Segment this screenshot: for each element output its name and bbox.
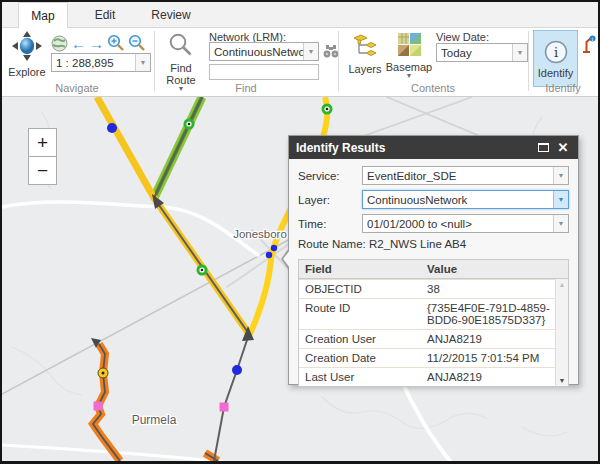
route-name-label: Route Name: <box>298 238 366 250</box>
identify-icon: i <box>543 39 569 67</box>
blue-point-marker <box>232 365 242 375</box>
tab-edit[interactable]: Edit <box>80 2 130 28</box>
full-extent-globe-icon[interactable] <box>51 35 68 54</box>
tab-map-label: Map <box>31 9 54 23</box>
blue-point-marker <box>271 245 277 251</box>
dialog-title: Identify Results <box>296 141 385 155</box>
plus-icon: + <box>37 132 48 154</box>
explore-button[interactable]: Explore <box>6 31 48 78</box>
route-name-value: R2_NWS Line AB4 <box>369 238 466 250</box>
table-row[interactable]: Creation Date 11/2/2015 7:01:54 PM <box>299 348 568 367</box>
identify-button-label: Identify <box>538 67 573 79</box>
identify-results-dialog: Identify Results ✕ Service: EventEditor_… <box>288 135 579 385</box>
service-combobox[interactable]: EventEditor_SDE ▼ <box>362 166 569 185</box>
chevron-down-icon[interactable]: ▼ <box>512 44 527 61</box>
next-extent-icon[interactable]: → <box>89 36 104 52</box>
tab-edit-label: Edit <box>95 8 116 22</box>
close-icon: ✕ <box>558 140 569 155</box>
maximize-button[interactable] <box>535 140 551 156</box>
tab-review-label: Review <box>151 8 190 22</box>
chevron-down-icon: ▼ <box>406 73 413 79</box>
identify-route-icon[interactable]: i <box>581 35 596 57</box>
zoom-out-icon[interactable] <box>128 34 146 54</box>
place-label-jonesboro: Jonesboro <box>233 228 287 240</box>
service-label: Service: <box>298 170 362 182</box>
map-zoom-out-button[interactable]: − <box>28 156 57 185</box>
service-value: EventEditor_SDE <box>363 170 553 182</box>
network-value: ContinuousNetwork <box>210 46 303 58</box>
network-combobox[interactable]: ContinuousNetwork ▼ <box>209 42 319 61</box>
svg-text:i: i <box>592 36 594 42</box>
attributes-table: Field Value OBJECTID 38 Route ID {735E4F… <box>298 259 569 387</box>
chevron-down-icon[interactable]: ▼ <box>303 43 318 60</box>
blue-point-marker <box>266 252 272 258</box>
table-header-row: Field Value <box>299 260 568 279</box>
column-header-value: Value <box>421 260 568 278</box>
chevron-down-icon[interactable]: ▼ <box>553 191 568 208</box>
group-label-contents: Contents <box>338 82 528 94</box>
layers-button[interactable]: Layers <box>346 32 384 75</box>
minus-icon: − <box>37 160 48 182</box>
table-row[interactable]: Route ID {735E4F0E-791D-4859-BDD6-90E185… <box>299 298 568 329</box>
blue-point-marker <box>107 123 117 133</box>
scale-value: 1 : 288,895 <box>52 57 135 69</box>
basemap-button[interactable]: Basemap ▼ <box>387 32 431 79</box>
table-row[interactable]: Last User ANJA8219 <box>299 367 568 386</box>
column-header-field: Field <box>299 260 421 278</box>
route-search-input[interactable] <box>209 64 319 80</box>
chevron-down-icon[interactable]: ▼ <box>135 54 150 71</box>
ribbon-tabbar: Map Edit Review <box>2 2 598 28</box>
green-point-marker <box>322 104 333 115</box>
binoculars-icon[interactable] <box>323 43 339 61</box>
view-date-label: View Date: <box>436 31 489 43</box>
group-label-navigate: Navigate <box>2 82 152 94</box>
green-point-marker <box>197 265 208 276</box>
dialog-callout-notch <box>281 248 289 270</box>
identify-button[interactable]: i Identify <box>533 30 578 87</box>
time-value: 01/01/2000 to <null> <box>363 218 553 230</box>
layer-label: Layer: <box>298 194 362 206</box>
explore-label: Explore <box>8 66 45 78</box>
group-label-find: Find <box>154 82 338 94</box>
place-label-purmela: Purmela <box>132 413 177 427</box>
basemap-icon <box>397 32 422 59</box>
explore-icon <box>12 31 42 64</box>
scroll-down-icon[interactable]: ▼ <box>559 377 566 384</box>
close-button[interactable]: ✕ <box>555 140 571 156</box>
time-label: Time: <box>298 218 362 230</box>
maximize-icon <box>538 143 549 152</box>
scale-combobox[interactable]: 1 : 288,895 ▼ <box>51 53 151 72</box>
layer-combobox[interactable]: ContinuousNetwork ▼ <box>362 190 569 209</box>
svg-text:i: i <box>553 45 557 60</box>
green-point-marker <box>184 119 195 130</box>
chevron-down-icon[interactable]: ▼ <box>553 215 568 232</box>
tab-map[interactable]: Map <box>18 2 68 29</box>
view-date-value: Today <box>437 47 512 59</box>
pink-point-marker <box>220 403 229 412</box>
layers-label: Layers <box>348 63 381 75</box>
group-label-identify: Identify <box>528 82 598 94</box>
view-date-combobox[interactable]: Today ▼ <box>436 43 528 62</box>
table-row[interactable]: OBJECTID 38 <box>299 279 568 298</box>
chevron-down-icon[interactable]: ▼ <box>553 167 568 184</box>
zoom-in-icon[interactable] <box>107 34 125 54</box>
layer-value: ContinuousNetwork <box>363 194 553 206</box>
table-row[interactable]: Creation User ANJA8219 <box>299 329 568 348</box>
layers-icon <box>351 32 379 61</box>
tab-review[interactable]: Review <box>142 2 200 28</box>
scroll-up-icon[interactable]: ▲ <box>559 281 566 288</box>
ribbon-toolbar: Explore ← → 1 : 288,895 ▼ Navigate <box>2 28 598 97</box>
find-route-icon <box>168 32 194 60</box>
previous-extent-icon[interactable]: ← <box>71 36 86 52</box>
table-scrollbar[interactable]: ▲ ▼ <box>555 279 568 386</box>
yellow-point-marker <box>98 368 108 378</box>
map-zoom-in-button[interactable]: + <box>28 128 57 157</box>
pink-point-marker <box>94 402 103 411</box>
time-combobox[interactable]: 01/01/2000 to <null> ▼ <box>362 214 569 233</box>
app-window: Map Edit Review Explore ← <box>0 0 600 464</box>
map-zoom-control: + − <box>28 128 57 185</box>
dialog-titlebar[interactable]: Identify Results ✕ <box>289 136 578 159</box>
